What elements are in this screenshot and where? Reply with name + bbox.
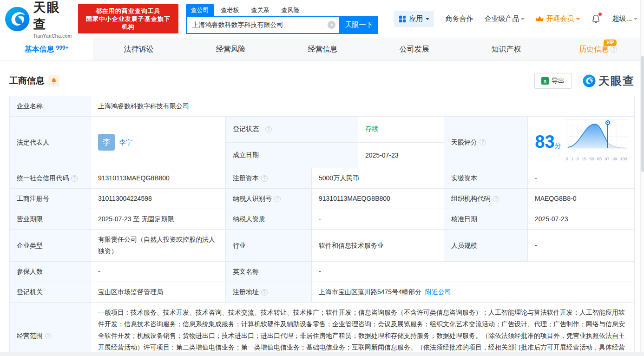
tab-business-risk[interactable]: 经营风险 (185, 38, 277, 60)
notification-dot (598, 13, 602, 16)
tab-basic-info[interactable]: 基本信息 999+ (0, 38, 93, 60)
insured-count-label: 参保人数 (10, 262, 91, 282)
table-row: 企业类型 有限责任公司（自然人投资或控股的法人独资） 行业 软件和信息技术服务业… (10, 230, 634, 262)
score-unit: 分 (555, 142, 561, 149)
table-row: 企业名称 上海鸿睿数科数字科技有限公司 (10, 96, 634, 117)
tab-label: 基本信息 (24, 45, 54, 54)
enterprise-label: 企业级产品 (484, 14, 519, 23)
chevron-down-icon (634, 18, 637, 22)
nav-super-vip[interactable]: 超级... (612, 14, 637, 23)
page: 天眼查 TianYanCha.com 都在用的商业查询工具 国家中小企业发展子基… (0, 0, 644, 356)
help-icon[interactable] (611, 46, 617, 53)
tab-history-info[interactable]: VIP 历史信息 (552, 38, 644, 60)
tianyancha-logo-icon (583, 74, 596, 87)
legal-rep-cell: 李 李宁 (91, 117, 226, 168)
vip-badge: VIP (604, 40, 617, 46)
table-row: 经营范围 一般项目：技术服务、技术开发、技术咨询、技术交流、技术转让、技术推广；… (10, 303, 634, 356)
reg-status-label-cell: 登记状态 (226, 117, 358, 142)
help-icon[interactable] (261, 175, 268, 182)
help-icon[interactable] (493, 196, 499, 202)
legal-rep-link[interactable]: 李宁 (119, 137, 132, 148)
business-term-label: 营业期限 (10, 209, 91, 229)
tab-business-info[interactable]: 经营信息 (276, 38, 368, 60)
taxpayer-quality-value: - (312, 209, 444, 229)
promo-line1: 都在用的商业查询工具 (83, 7, 173, 15)
promo-line2: 国家中小企业发展子基金旗下机构 (83, 15, 173, 31)
tab-count-badge: 999+ (56, 45, 68, 51)
search-button[interactable]: 天眼一下 (339, 16, 378, 34)
help-icon[interactable] (274, 196, 281, 202)
search-tab-risk[interactable]: 查风险 (276, 4, 305, 16)
tab-label: 公司发展 (400, 45, 429, 54)
score-label: 天眼评分 (451, 137, 477, 148)
tab-label: 知识产权 (492, 45, 521, 54)
bell-icon (51, 78, 57, 84)
search-tab-relation[interactable]: 查关系 (246, 4, 275, 16)
reg-status-value: 存续 (358, 117, 444, 142)
watermark-logo: 天眼查 (583, 73, 635, 88)
tianyancha-logo-icon (5, 6, 30, 32)
tianyancha-logo[interactable]: 天眼查 TianYanCha.com (5, 0, 72, 39)
top-nav: 应用 商务合作 企业级产品 开通会员 (394, 11, 637, 27)
help-icon[interactable] (71, 175, 78, 182)
taxpayer-id-value: 91310113MAEQG8B800 (312, 189, 444, 209)
nav-business-cooperation[interactable]: 商务合作 (445, 14, 473, 23)
help-icon[interactable] (45, 333, 52, 339)
help-icon[interactable] (261, 289, 268, 296)
company-tabbar: 基本信息 999+ 法律诉讼 经营风险 经营信息 公司发展 知识产权 VIP 历… (0, 38, 644, 61)
table-row: 工商注册号 310113004224598 纳税人识别号 91310113MAE… (10, 189, 634, 209)
super-vip-label: 超级... (612, 14, 632, 23)
excel-icon (541, 77, 549, 85)
chevron-down-icon (521, 18, 525, 22)
search-tabs: 查公司 查老板 查关系 查风险 (186, 4, 379, 16)
reg-authority-label: 登记机关 (10, 282, 91, 302)
section-header: 工商信息 导出 天眼查 (9, 73, 635, 89)
english-name-value: - (312, 262, 634, 282)
tab-label: 法律诉讼 (124, 45, 154, 54)
credit-code-label: 统一社会信用代码 (10, 168, 91, 188)
reg-capital-label: 注册资本 (226, 168, 312, 188)
insured-count-value: - (91, 262, 226, 282)
promo-badge: 都在用的商业查询工具 国家中小企业发展子基金旗下机构 (78, 4, 178, 33)
business-term-value: 2025-07-23 至 无固定期限 (91, 209, 226, 229)
tab-intellectual-property[interactable]: 知识产权 (460, 38, 552, 60)
table-row: 登记机关 宝山区市场监督管理局 注册地址 上海市宝山区蕰川路5475号4幢部分 … (10, 282, 634, 303)
scrollbar[interactable] (640, 0, 644, 356)
watermark-brand: 天眼查 (598, 73, 635, 88)
help-icon[interactable] (265, 126, 272, 132)
score-axis-ticks: 0131550859799100 (566, 153, 627, 165)
tab-company-development[interactable]: 公司发展 (368, 38, 460, 60)
nav-enterprise-products[interactable]: 企业级产品 (484, 14, 525, 23)
section-title: 工商信息 (9, 75, 45, 87)
established-label-cell: 成立日期 (226, 143, 358, 168)
reg-address-value: 上海市宝山区蕰川路5475号4幢部分 (319, 286, 421, 298)
export-button[interactable]: 导出 (534, 73, 572, 89)
credit-code-value: 91310113MAEQG8B800 (91, 168, 226, 188)
main-content: 工商信息 导出 天眼查 (0, 73, 644, 356)
apps-menu[interactable]: 应用 (394, 11, 434, 27)
scrollbar-thumb[interactable] (641, 56, 644, 172)
apps-label: 应用 (409, 14, 423, 23)
business-scope-label: 经营范围 (10, 303, 91, 356)
paid-capital-value: - (528, 168, 634, 188)
nearby-companies-link[interactable]: 附近公司 (425, 286, 451, 298)
approval-date-value: 2025-07-23 (528, 209, 634, 229)
search-input[interactable] (192, 21, 328, 29)
logo-text: 天眼查 TianYanCha.com (33, 0, 73, 39)
search-tab-company[interactable]: 查公司 (186, 4, 214, 16)
staff-size-value: - (528, 230, 634, 261)
subscribe-bell-button[interactable] (48, 75, 59, 86)
help-icon[interactable] (480, 139, 486, 145)
clear-search-icon[interactable] (328, 21, 335, 29)
tab-legal-litigation[interactable]: 法律诉讼 (93, 38, 185, 60)
industry-label: 行业 (226, 230, 312, 261)
search-tab-boss[interactable]: 查老板 (216, 4, 244, 16)
notification-bell[interactable] (591, 14, 601, 24)
legal-rep-avatar[interactable]: 李 (98, 134, 115, 151)
taxpayer-quality-label: 纳税人资质 (226, 209, 312, 229)
nav-open-vip[interactable]: 开通会员 (536, 14, 580, 23)
org-code-label: 组织机构代码 (444, 189, 528, 209)
score-cell[interactable]: 83分 (528, 117, 634, 168)
apps-grid-icon (399, 15, 406, 23)
reg-number-label: 工商注册号 (10, 189, 91, 209)
